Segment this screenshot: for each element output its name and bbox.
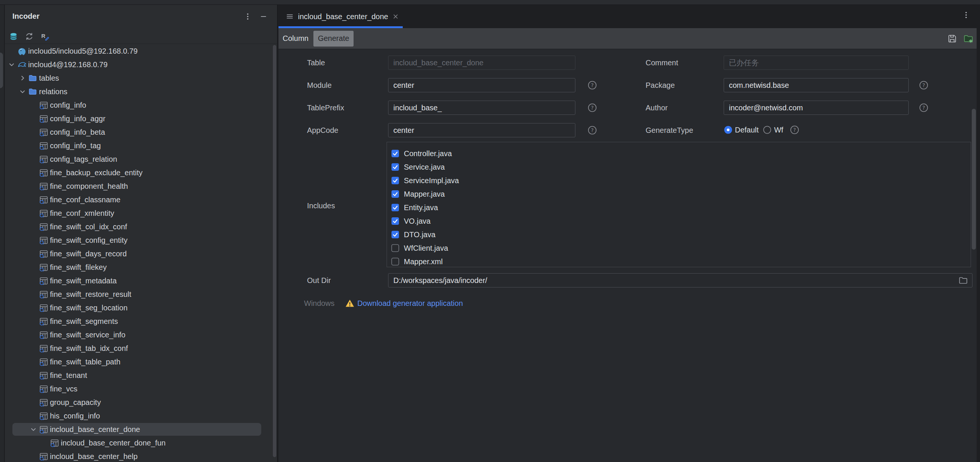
checkbox-checked-icon[interactable] [391, 150, 399, 158]
includes-option[interactable]: VO.java [391, 214, 431, 228]
tab-column[interactable]: Column [278, 34, 313, 43]
tree-item[interactable]: incloud5/incloud5@192.168.0.79 [5, 44, 277, 58]
table-icon [39, 155, 48, 164]
checkbox-unchecked-icon[interactable] [391, 258, 399, 266]
tree-item[interactable]: incloud_base_center_done [5, 422, 277, 436]
generatetype-help-icon[interactable]: ? [790, 125, 799, 135]
checkbox-checked-icon[interactable] [391, 231, 399, 239]
rename-icon[interactable]: R [41, 32, 49, 41]
tree-item-label: fine_swift_segments [50, 317, 118, 326]
includes-option[interactable]: ServiceImpl.java [391, 174, 459, 187]
package-input[interactable] [724, 78, 909, 92]
tree-item[interactable]: incloud_base_center_done_fun [5, 436, 277, 449]
database-icon[interactable] [9, 32, 18, 41]
open-generated-folder-icon[interactable] [963, 33, 974, 44]
tree-item-label: fine_swift_tab_idx_conf [50, 344, 128, 353]
appcode-input[interactable] [388, 123, 575, 137]
tree-item[interactable]: group_capacity [5, 395, 277, 409]
tree-item[interactable]: config_info_tag [5, 139, 277, 152]
tree-item[interactable]: tables [5, 71, 277, 85]
appcode-help-icon[interactable]: ? [587, 125, 597, 135]
tree-item[interactable]: fine_swift_seg_location [5, 301, 277, 314]
tree-item[interactable]: fine_swift_col_idx_conf [5, 220, 277, 233]
tableprefix-input[interactable] [388, 100, 575, 115]
chevron-down-icon[interactable] [7, 60, 16, 69]
includes-option[interactable]: Entity.java [391, 201, 438, 214]
chevron-spacer [29, 276, 38, 285]
tree-item[interactable]: fine_swift_filekey [5, 260, 277, 274]
mysql-icon [17, 60, 27, 69]
tree-item[interactable]: config_info_aggr [5, 112, 277, 125]
checkbox-checked-icon[interactable] [391, 190, 399, 198]
radio-wf[interactable] [763, 125, 772, 134]
checkbox-checked-icon[interactable] [391, 163, 399, 171]
module-help-icon[interactable]: ? [587, 80, 597, 90]
tree-item[interactable]: fine_component_health [5, 179, 277, 193]
stripe-button[interactable] [0, 53, 3, 88]
tree-item[interactable]: fine_conf_classname [5, 193, 277, 206]
tool-window-stripe [0, 5, 5, 462]
includes-option[interactable]: WfClient.java [391, 241, 448, 255]
chevron-down-icon[interactable] [18, 87, 27, 96]
tree-item[interactable]: incloud4@192.168.0.79 [5, 58, 277, 71]
table-icon [39, 344, 48, 353]
tree-item[interactable]: fine_vcs [5, 382, 277, 395]
tab-generate[interactable]: Generate [313, 31, 353, 46]
author-help-icon[interactable]: ? [919, 103, 929, 113]
tree-item[interactable]: fine_swift_table_path [5, 355, 277, 368]
package-help-icon[interactable]: ? [919, 80, 929, 90]
folder-icon [28, 73, 38, 83]
tree-item[interactable]: fine_swift_config_entity [5, 233, 277, 247]
checkbox-checked-icon[interactable] [391, 217, 399, 225]
tree-item[interactable]: fine_swift_restore_result [5, 287, 277, 301]
tree-item[interactable]: fine_tenant [5, 368, 277, 382]
minimize-icon[interactable] [259, 12, 268, 21]
download-generator-link[interactable]: Download generator application [357, 298, 463, 309]
tableprefix-help-icon[interactable]: ? [587, 103, 597, 113]
checkbox-unchecked-icon[interactable] [391, 244, 399, 252]
tree-item[interactable]: relations [5, 85, 277, 98]
close-icon[interactable] [392, 13, 399, 20]
save-icon[interactable] [947, 34, 957, 43]
tree-item[interactable]: fine_swift_days_record [5, 247, 277, 260]
radio-default[interactable] [724, 125, 733, 134]
browse-folder-icon[interactable] [958, 276, 968, 285]
tree-item[interactable]: fine_swift_segments [5, 314, 277, 328]
tree-scrollbar[interactable] [273, 45, 276, 457]
tree-item[interactable]: fine_swift_service_info [5, 328, 277, 341]
chevron-spacer [29, 100, 38, 110]
checkbox-checked-icon[interactable] [391, 177, 399, 185]
includes-option[interactable]: Controller.java [391, 147, 452, 160]
author-input[interactable] [724, 100, 909, 115]
chevron-spacer [29, 127, 38, 137]
checkbox-checked-icon[interactable] [391, 204, 399, 212]
chevron-right-icon[interactable] [18, 73, 27, 83]
outdir-label: Out Dir [307, 275, 331, 285]
outdir-input[interactable] [388, 273, 972, 287]
comment-input[interactable] [724, 56, 909, 70]
includes-option[interactable]: Service.java [391, 160, 445, 174]
warning-icon [345, 298, 355, 308]
editor-scrollbar[interactable] [972, 109, 976, 250]
options-menu-icon[interactable] [243, 12, 252, 21]
tree-item[interactable]: config_tags_relation [5, 152, 277, 166]
tree-item[interactable]: incloud_base_center_help [5, 449, 277, 462]
tree-item[interactable]: fine_backup_exclude_entity [5, 166, 277, 179]
includes-option[interactable]: DTO.java [391, 228, 435, 241]
chevron-spacer [40, 438, 49, 448]
module-input[interactable] [388, 78, 575, 92]
tree-item[interactable]: config_info_beta [5, 125, 277, 139]
table-input[interactable] [388, 56, 575, 70]
tree-item[interactable]: fine_swift_metadata [5, 274, 277, 287]
refresh-icon[interactable] [25, 32, 34, 41]
chevron-down-icon[interactable] [29, 425, 38, 434]
tree-item[interactable]: his_config_info [5, 409, 277, 422]
tree-item[interactable]: fine_conf_xmlentity [5, 206, 277, 220]
tree-item[interactable]: config_info [5, 98, 277, 112]
tab-options-icon[interactable] [962, 11, 970, 19]
editor-tab[interactable]: incloud_base_center_done [278, 5, 403, 28]
includes-option[interactable]: Mapper.java [391, 187, 445, 201]
tree-item[interactable]: fine_swift_tab_idx_conf [5, 341, 277, 355]
includes-option[interactable]: Mapper.xml [391, 255, 442, 268]
table-icon [39, 182, 48, 191]
